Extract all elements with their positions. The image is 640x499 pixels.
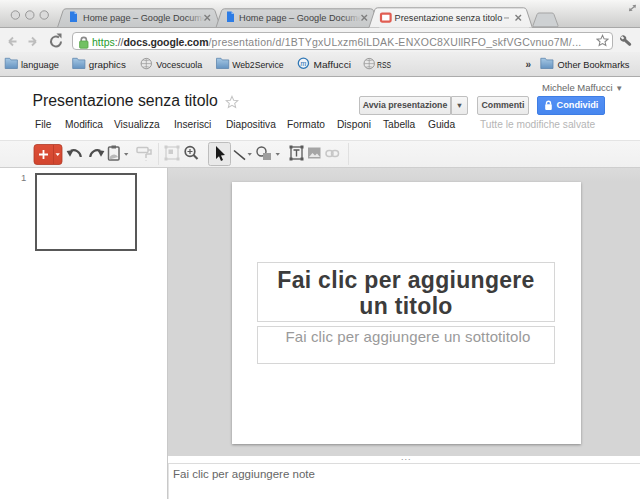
svg-text:m: m: [300, 58, 306, 68]
svg-text:»: »: [526, 59, 532, 70]
svg-text:Home page – Google Documen: Home page – Google Documen: [239, 13, 368, 23]
svg-text:Web2Service: Web2Service: [232, 59, 284, 70]
svg-text:Other Bookmarks: Other Bookmarks: [558, 59, 630, 70]
svg-text:RSS: RSS: [377, 59, 391, 70]
svg-text:Home page – Google Documen: Home page – Google Documen: [83, 13, 212, 23]
svg-text:graphics: graphics: [89, 59, 126, 70]
svg-text:Vocescuola: Vocescuola: [156, 59, 203, 70]
svg-text:language: language: [21, 59, 60, 70]
svg-text:Maffucci: Maffucci: [314, 59, 352, 70]
svg-text:Presentazione senza titolo: Presentazione senza titolo: [395, 13, 503, 23]
